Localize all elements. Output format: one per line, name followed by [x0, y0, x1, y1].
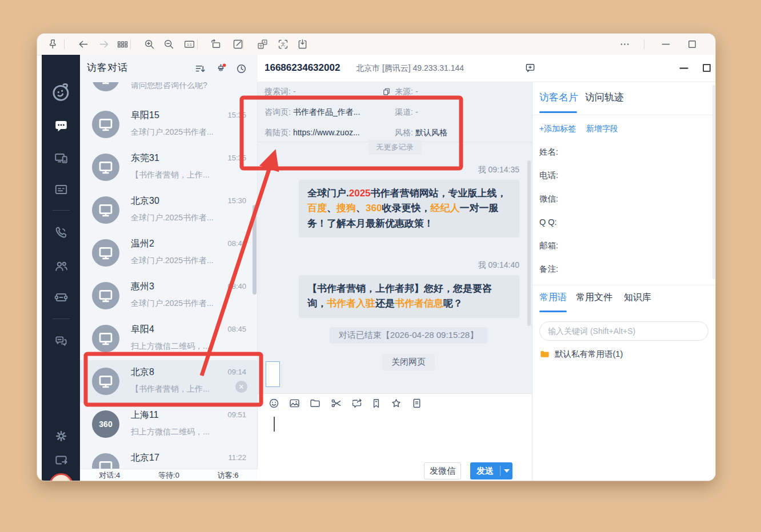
phrase-folder-item[interactable]: 默认私有常用语(1)	[539, 349, 623, 360]
translate-icon[interactable]: A文	[257, 38, 269, 50]
visitor-row[interactable]: 东莞3115:35【书作者营销，上作...	[80, 146, 258, 189]
input-selection-box	[266, 361, 280, 387]
add-tag-link[interactable]: +添加标签	[539, 124, 576, 134]
chat-maximize-icon[interactable]	[701, 62, 712, 74]
info-cell: 搜索词:-	[265, 87, 296, 97]
comment-plus-icon[interactable]	[524, 62, 536, 74]
phrase-search-input[interactable]	[540, 322, 708, 340]
maximize-icon[interactable]	[686, 38, 698, 50]
folder-icon[interactable]	[309, 397, 321, 409]
contacts-icon[interactable]	[54, 259, 69, 273]
panel-divider	[532, 285, 716, 285]
info-value: 书作者作品_作者...	[293, 107, 360, 116]
calls-icon[interactable]	[54, 225, 69, 240]
visitor-time: 08:40	[227, 239, 246, 248]
monitor-icon	[97, 373, 114, 390]
zoom-out-icon[interactable]	[163, 38, 175, 50]
visitor-row[interactable]: 阜阳408:45扫上方微信二维码，...	[80, 317, 258, 360]
monitor-icon	[97, 159, 114, 176]
visitor-preview: 【书作者营销，上作...	[131, 170, 237, 180]
visitor-field-label: 邮箱:	[539, 237, 705, 260]
visitor-card-icon[interactable]	[54, 182, 69, 197]
copy-icon[interactable]	[382, 87, 391, 96]
visitor-time: 15:35	[227, 154, 246, 162]
forward-icon[interactable]	[98, 38, 110, 50]
zoom-in-icon[interactable]	[143, 38, 155, 50]
visitor-preview: 扫上方微信二维码，...	[131, 341, 237, 352]
chat-scrollbar[interactable]	[527, 160, 531, 326]
close-page-button[interactable]: 关闭网页	[382, 354, 435, 370]
tab-knowledge-base[interactable]: 知识库	[624, 292, 651, 304]
ocr-icon[interactable]: 文	[277, 38, 289, 50]
visitor-avatar	[92, 196, 119, 224]
tab-common-files[interactable]: 常用文件	[576, 292, 612, 304]
toolbar-separator	[243, 39, 243, 49]
send-wechat-button[interactable]: 发微信	[424, 462, 461, 479]
actual-size-icon[interactable]: 1:1	[183, 38, 195, 50]
send-button[interactable]: 发送	[470, 462, 512, 479]
sort-icon[interactable]	[194, 63, 206, 75]
info-label: 来源:	[395, 87, 413, 96]
visitor-avatar-360: 360	[92, 410, 119, 438]
grid-view-icon[interactable]	[117, 38, 129, 50]
visitor-row[interactable]: 北京3015:30全球门户.2025书作者...	[80, 189, 258, 232]
clean-brush-icon[interactable]	[215, 63, 227, 75]
minimize-icon[interactable]	[660, 38, 672, 50]
quick-reply-icon[interactable]	[351, 397, 363, 409]
settings-gear-icon[interactable]	[54, 429, 69, 444]
visitor-name: 北京30	[131, 195, 159, 207]
message-input[interactable]	[258, 413, 532, 459]
monitor-icon	[97, 244, 114, 261]
visitor-info-panel: 搜索词:-来源:-咨询页:书作者作品_作者...渠道:-着陆页:https://…	[258, 82, 532, 142]
message-records-icon[interactable]	[54, 334, 69, 349]
chat-minimize-icon[interactable]	[678, 62, 690, 74]
more-icon[interactable]	[619, 38, 631, 50]
visitor-row[interactable]: 温州208:40全球门户.2025书作者...	[80, 232, 258, 275]
export-icon[interactable]	[297, 38, 309, 50]
visitor-list-scrollbar[interactable]	[253, 205, 257, 295]
tab-common-phrases[interactable]: 常用语	[539, 292, 567, 304]
sidebar-divider	[53, 319, 70, 319]
pin-icon[interactable]	[47, 38, 59, 50]
edit-icon[interactable]	[232, 38, 244, 50]
back-icon[interactable]	[77, 38, 89, 50]
screenshot-scissors-icon[interactable]	[330, 397, 342, 409]
monitor-icon	[97, 330, 114, 347]
tab-visit-trail[interactable]: 访问轨迹	[585, 91, 624, 104]
visitor-chat-icon[interactable]	[54, 118, 69, 133]
visitor-avatar	[92, 282, 119, 309]
notes-icon[interactable]	[411, 397, 423, 409]
devices-icon[interactable]	[54, 151, 69, 166]
image-icon[interactable]	[289, 397, 301, 409]
right-panel: 访客名片 访问轨迹 +添加标签 新增字段 姓名:电话:微信:Q Q:邮箱:备注:…	[532, 82, 716, 481]
message-meta: 我 09:14:35	[298, 165, 519, 175]
work-order-icon[interactable]	[54, 290, 69, 305]
close-conversation-button[interactable]	[235, 381, 247, 393]
favorite-star-icon[interactable]	[390, 397, 402, 409]
history-clock-icon[interactable]	[235, 63, 247, 75]
svg-text:文: 文	[259, 44, 263, 48]
visitor-row[interactable]: 阜阳1515:35全球门户.2025书作者...	[80, 103, 258, 146]
visitor-time: 11:22	[228, 453, 246, 462]
quick-switch-icon[interactable]	[54, 453, 69, 467]
bookmark-icon[interactable]	[370, 397, 382, 409]
user-avatar[interactable]	[49, 473, 73, 481]
visitor-id: 16686234632002	[265, 62, 340, 74]
message-meta: 我 09:14:40	[298, 260, 519, 271]
right-panel-scrollbar[interactable]	[712, 85, 716, 279]
visitor-row[interactable]: 惠州308:40全球门户.2025书作者...	[80, 275, 258, 317]
visitor-name: 东莞31	[131, 152, 159, 164]
viewer-toolbar: 1:1 A文 文	[37, 34, 715, 55]
toolbar-separator	[64, 39, 65, 49]
rotate-icon[interactable]	[210, 38, 222, 50]
message-bubble: 全球门户.2025书作者营销网站，专业版上线，百度、搜狗、360收录更快，经纪人…	[299, 180, 519, 237]
send-options-caret[interactable]	[500, 462, 512, 479]
toolbar-separator	[197, 39, 198, 49]
add-field-link[interactable]: 新增字段	[586, 124, 618, 134]
active-tab-underline	[539, 111, 577, 113]
visitor-time: 15:35	[227, 111, 246, 119]
visitor-row[interactable]: 北京809:14【书作者营销，上作...	[80, 360, 258, 403]
tab-visitor-card[interactable]: 访客名片	[539, 91, 578, 104]
emoji-icon[interactable]	[268, 397, 280, 409]
visitor-row[interactable]: 360上海1109:51扫上方微信二维码，...	[80, 403, 258, 446]
